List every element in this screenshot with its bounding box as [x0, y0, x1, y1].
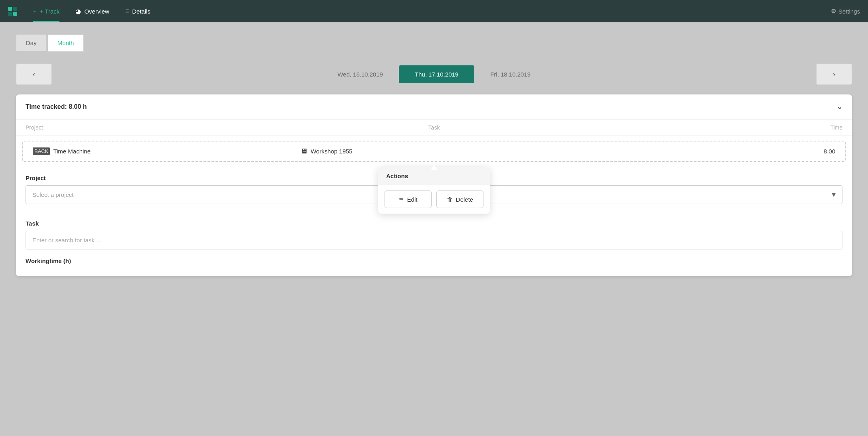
task-label: Task — [26, 220, 842, 227]
date-current[interactable]: Thu, 17.10.2019 — [399, 65, 474, 83]
time-value: 8.00 — [824, 148, 835, 155]
tab-day[interactable]: Day — [16, 34, 47, 51]
actions-popup-title: Actions — [378, 167, 490, 185]
bottom-section: Task Workingtime (h) — [16, 220, 852, 276]
project-cell: BACK Time Machine — [33, 147, 300, 155]
task-emoji-icon: 🖥 — [300, 147, 308, 155]
time-entries-table: Project Task Time BACK Time Machine 🖥 Wo… — [16, 120, 852, 162]
prev-date-button[interactable]: ‹ — [16, 63, 52, 85]
edit-button[interactable]: ✏ Edit — [385, 191, 432, 208]
edit-label: Edit — [407, 196, 418, 203]
task-col-header: Task — [298, 124, 570, 131]
nav-track[interactable]: + + Track — [25, 1, 67, 22]
date-prev[interactable]: Wed, 16.10.2019 — [322, 65, 399, 83]
main-content: Day Month ‹ Wed, 16.10.2019 Thu, 17.10.2… — [0, 22, 868, 288]
settings-button[interactable]: ⚙ Settings — [831, 8, 860, 15]
track-plus-icon: + — [33, 8, 37, 15]
chevron-down-icon[interactable]: ⌄ — [836, 102, 842, 111]
task-name: Workshop 1955 — [311, 148, 353, 155]
time-tracked-label: Time tracked: 8.00 h — [26, 103, 87, 110]
delete-label: Delete — [456, 196, 473, 203]
settings-label: Settings — [838, 8, 860, 15]
actions-buttons: ✏ Edit 🗑 Delete — [378, 185, 490, 214]
date-items: Wed, 16.10.2019 Thu, 17.10.2019 Fri, 18.… — [52, 65, 816, 83]
task-cell: 🖥 Workshop 1955 — [300, 147, 568, 155]
settings-gear-icon: ⚙ — [831, 8, 836, 15]
app-logo — [8, 7, 17, 16]
time-cell: 8.00 — [568, 148, 835, 155]
workingtime-label: Workingtime (h) — [26, 257, 842, 264]
nav-items: + + Track ◕ Overview ≡ Details — [25, 0, 158, 22]
edit-icon: ✏ — [399, 196, 404, 203]
date-navigation: ‹ Wed, 16.10.2019 Thu, 17.10.2019 Fri, 1… — [16, 63, 852, 85]
tab-month[interactable]: Month — [47, 34, 84, 51]
delete-icon: 🗑 — [447, 196, 453, 203]
card-header: Time tracked: 8.00 h ⌄ — [16, 94, 852, 120]
top-navigation: + + Track ◕ Overview ≡ Details ⚙ Setting… — [0, 0, 868, 22]
details-icon: ≡ — [125, 8, 129, 15]
date-next[interactable]: Fri, 18.10.2019 — [474, 65, 546, 83]
next-date-button[interactable]: › — [816, 63, 852, 85]
tracking-card: Time tracked: 8.00 h ⌄ Project Task Time… — [16, 94, 852, 276]
nav-track-label: + Track — [40, 8, 60, 15]
nav-details[interactable]: ≡ Details — [117, 0, 158, 22]
nav-details-label: Details — [132, 8, 150, 15]
nav-overview-label: Overview — [84, 8, 109, 15]
view-tabs: Day Month — [16, 34, 852, 51]
delete-button[interactable]: 🗑 Delete — [436, 191, 483, 208]
task-input[interactable] — [26, 231, 842, 249]
time-col-header: Time — [570, 124, 842, 131]
project-col-header: Project — [26, 124, 298, 131]
overview-icon: ◕ — [75, 8, 81, 15]
back-icon: BACK — [33, 147, 50, 155]
table-header: Project Task Time — [16, 120, 852, 136]
project-name: Time Machine — [53, 148, 91, 155]
actions-popup: Actions ✏ Edit 🗑 Delete — [378, 167, 490, 214]
table-row[interactable]: BACK Time Machine 🖥 Workshop 1955 8.00 — [22, 141, 846, 162]
nav-overview[interactable]: ◕ Overview — [67, 0, 117, 22]
